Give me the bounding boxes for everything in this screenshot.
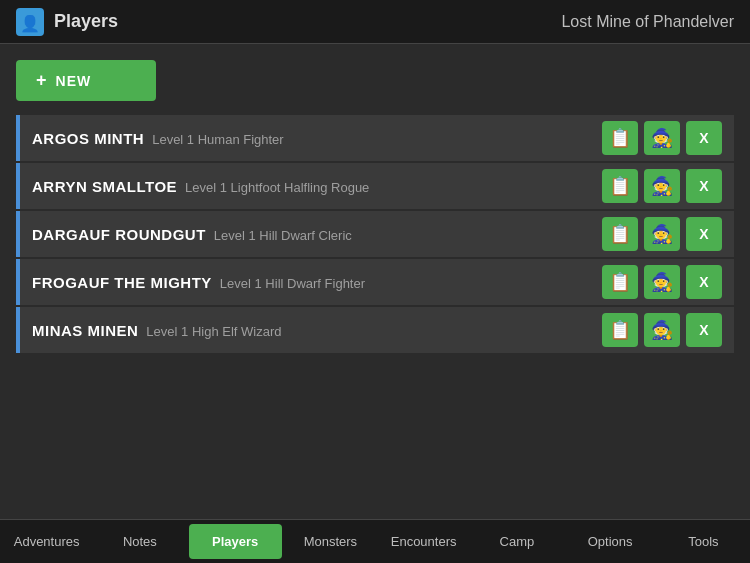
delete-label: X [699, 322, 708, 338]
delete-player-button[interactable]: X [686, 121, 722, 155]
view-figure-button[interactable]: 🧙 [644, 121, 680, 155]
player-info: FROGAUF THE MIGHTY Level 1 Hill Dwarf Fi… [32, 274, 365, 291]
edit-sheet-button[interactable]: 📋 [602, 217, 638, 251]
player-row: ARGOS MINTH Level 1 Human Fighter 📋 🧙 X [16, 115, 734, 161]
delete-label: X [699, 226, 708, 242]
player-row: DARGAUF ROUNDGUT Level 1 Hill Dwarf Cler… [16, 211, 734, 257]
player-info: DARGAUF ROUNDGUT Level 1 Hill Dwarf Cler… [32, 226, 352, 243]
view-figure-button[interactable]: 🧙 [644, 169, 680, 203]
player-name: MINAS MINEN [32, 322, 138, 339]
scroll-icon: 📋 [609, 319, 631, 341]
main-content: + NEW ARGOS MINTH Level 1 Human Fighter … [0, 44, 750, 519]
nav-item-tools[interactable]: Tools [657, 520, 750, 563]
player-description: Level 1 Lightfoot Halfling Rogue [185, 180, 369, 195]
player-row: ARRYN SMALLTOE Level 1 Lightfoot Halflin… [16, 163, 734, 209]
player-info: ARGOS MINTH Level 1 Human Fighter [32, 130, 284, 147]
plus-icon: + [36, 70, 48, 91]
scroll-icon: 📋 [609, 271, 631, 293]
delete-label: X [699, 274, 708, 290]
scroll-icon: 📋 [609, 127, 631, 149]
nav-item-encounters[interactable]: Encounters [377, 520, 470, 563]
campaign-title: Lost Mine of Phandelver [561, 13, 734, 31]
player-actions: 📋 🧙 X [602, 265, 722, 299]
nav-item-adventures[interactable]: Adventures [0, 520, 93, 563]
edit-sheet-button[interactable]: 📋 [602, 121, 638, 155]
player-list: ARGOS MINTH Level 1 Human Fighter 📋 🧙 X … [16, 115, 734, 353]
player-description: Level 1 Hill Dwarf Cleric [214, 228, 352, 243]
player-actions: 📋 🧙 X [602, 313, 722, 347]
view-figure-button[interactable]: 🧙 [644, 217, 680, 251]
player-actions: 📋 🧙 X [602, 121, 722, 155]
delete-label: X [699, 130, 708, 146]
new-button-label: NEW [56, 73, 92, 89]
player-name: ARRYN SMALLTOE [32, 178, 177, 195]
scroll-icon: 📋 [609, 175, 631, 197]
player-actions: 📋 🧙 X [602, 169, 722, 203]
header-left: 👤 Players [16, 8, 118, 36]
player-row: MINAS MINEN Level 1 High Elf Wizard 📋 🧙 … [16, 307, 734, 353]
edit-sheet-button[interactable]: 📋 [602, 265, 638, 299]
figure-icon: 🧙 [651, 127, 673, 149]
figure-icon: 🧙 [651, 223, 673, 245]
player-name: FROGAUF THE MIGHTY [32, 274, 212, 291]
delete-player-button[interactable]: X [686, 265, 722, 299]
edit-sheet-button[interactable]: 📋 [602, 169, 638, 203]
delete-player-button[interactable]: X [686, 217, 722, 251]
new-player-button[interactable]: + NEW [16, 60, 156, 101]
nav-item-notes[interactable]: Notes [93, 520, 186, 563]
player-actions: 📋 🧙 X [602, 217, 722, 251]
page-title: Players [54, 11, 118, 32]
player-description: Level 1 Human Fighter [152, 132, 284, 147]
view-figure-button[interactable]: 🧙 [644, 265, 680, 299]
figure-icon: 🧙 [651, 319, 673, 341]
player-info: ARRYN SMALLTOE Level 1 Lightfoot Halflin… [32, 178, 369, 195]
scroll-icon: 📋 [609, 223, 631, 245]
figure-icon: 🧙 [651, 271, 673, 293]
delete-player-button[interactable]: X [686, 313, 722, 347]
nav-item-players[interactable]: Players [189, 524, 282, 559]
nav-item-options[interactable]: Options [564, 520, 657, 563]
delete-label: X [699, 178, 708, 194]
nav-item-monsters[interactable]: Monsters [284, 520, 377, 563]
player-name: ARGOS MINTH [32, 130, 144, 147]
delete-player-button[interactable]: X [686, 169, 722, 203]
player-row: FROGAUF THE MIGHTY Level 1 Hill Dwarf Fi… [16, 259, 734, 305]
player-description: Level 1 High Elf Wizard [146, 324, 281, 339]
player-name: DARGAUF ROUNDGUT [32, 226, 206, 243]
app-icon: 👤 [16, 8, 44, 36]
player-info: MINAS MINEN Level 1 High Elf Wizard [32, 322, 281, 339]
figure-icon: 🧙 [651, 175, 673, 197]
app-header: 👤 Players Lost Mine of Phandelver [0, 0, 750, 44]
edit-sheet-button[interactable]: 📋 [602, 313, 638, 347]
bottom-nav: AdventuresNotesPlayersMonstersEncounters… [0, 519, 750, 563]
view-figure-button[interactable]: 🧙 [644, 313, 680, 347]
nav-item-camp[interactable]: Camp [470, 520, 563, 563]
player-description: Level 1 Hill Dwarf Fighter [220, 276, 365, 291]
svg-text:👤: 👤 [20, 14, 40, 33]
